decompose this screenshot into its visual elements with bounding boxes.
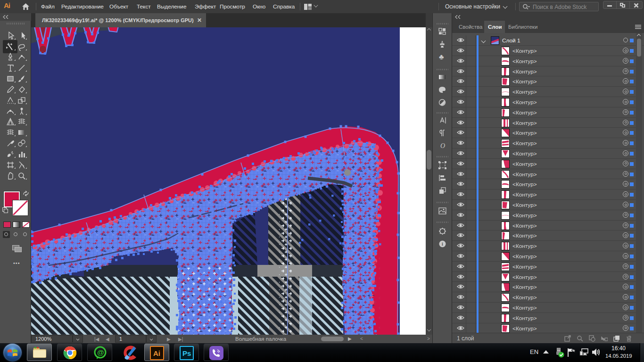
svg-text:O: O xyxy=(440,142,445,149)
svg-text:♣: ♣ xyxy=(439,53,444,61)
svg-text:@: @ xyxy=(97,348,104,356)
svg-text:i: i xyxy=(442,241,443,247)
